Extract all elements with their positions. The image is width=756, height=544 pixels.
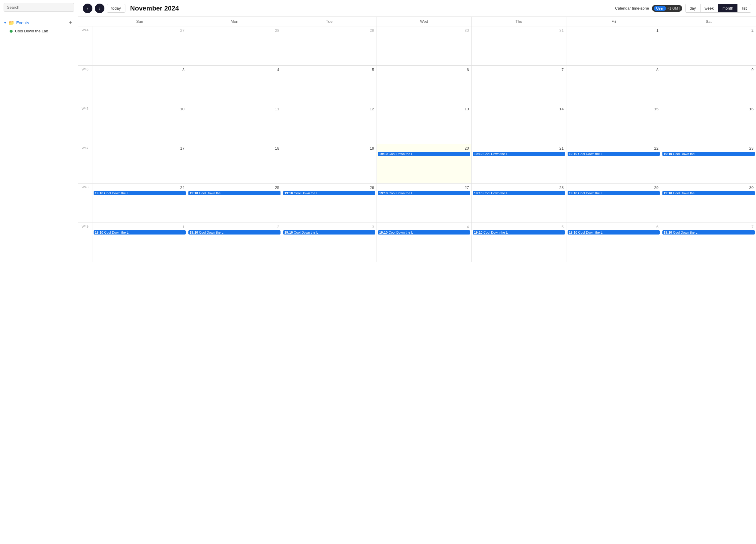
day-number: 4 bbox=[377, 224, 471, 230]
calendar-cell[interactable]: 2819:10 Cool Down the L bbox=[472, 184, 566, 223]
calendar-item-cool-down[interactable]: Cool Down the Lab bbox=[2, 28, 75, 35]
week-label: W46 bbox=[78, 105, 92, 144]
sidebar-content: ▼ 📁 Events + Cool Down the Lab bbox=[0, 15, 78, 38]
day-number: 21 bbox=[472, 146, 565, 151]
calendar-cell[interactable]: 19 bbox=[282, 144, 377, 183]
events-section-left: ▼ 📁 Events bbox=[4, 20, 29, 26]
event-pill[interactable]: 19:10 Cool Down the L bbox=[568, 230, 660, 235]
day-number: 6 bbox=[377, 67, 471, 73]
calendar-cell[interactable]: 6 bbox=[377, 66, 472, 105]
day-number: 18 bbox=[188, 146, 281, 151]
calendar-cell[interactable]: 27 bbox=[92, 26, 187, 65]
calendar-cell[interactable]: 519:10 Cool Down the L bbox=[472, 223, 566, 262]
day-number: 13 bbox=[377, 106, 471, 112]
week-label: W45 bbox=[78, 66, 92, 105]
events-section-header[interactable]: ▼ 📁 Events + bbox=[2, 18, 75, 28]
event-pill[interactable]: 19:10 Cool Down the L bbox=[568, 152, 660, 156]
calendar-week-w46: W4610111213141516 bbox=[78, 105, 756, 144]
calendar-cell[interactable]: 719:10 Cool Down the L bbox=[661, 223, 756, 262]
calendar-cell[interactable]: 3019:10 Cool Down the L bbox=[661, 184, 756, 223]
calendar-cell[interactable]: 17 bbox=[92, 144, 187, 183]
day-number: 11 bbox=[188, 106, 281, 112]
calendar-cell[interactable]: 10 bbox=[92, 105, 187, 144]
prev-button[interactable]: ‹ bbox=[83, 4, 92, 13]
calendar: Sun Mon Tue Wed Thu Fri Sat W44272829303… bbox=[78, 17, 756, 544]
calendar-cell[interactable]: 2219:10 Cool Down the L bbox=[566, 144, 661, 183]
event-pill[interactable]: 19:10 Cool Down the L bbox=[283, 191, 375, 195]
calendar-cell[interactable]: 8 bbox=[566, 66, 661, 105]
event-pill[interactable]: 19:10 Cool Down the L bbox=[662, 152, 755, 156]
day-number: 28 bbox=[188, 28, 281, 33]
calendar-cell[interactable]: 119:10 Cool Down the L bbox=[92, 223, 187, 262]
calendar-cell[interactable]: 18 bbox=[187, 144, 282, 183]
calendar-cell[interactable]: 15 bbox=[566, 105, 661, 144]
calendar-cell[interactable]: 619:10 Cool Down the L bbox=[566, 223, 661, 262]
add-calendar-button[interactable]: + bbox=[67, 19, 74, 26]
day-number: 2 bbox=[662, 28, 755, 33]
calendar-cell[interactable]: 29 bbox=[282, 26, 377, 65]
calendar-cell[interactable]: 419:10 Cool Down the L bbox=[377, 223, 472, 262]
calendar-cell[interactable]: 2719:10 Cool Down the L bbox=[377, 184, 472, 223]
view-week-button[interactable]: week bbox=[701, 4, 718, 12]
calendar-cell[interactable]: 2619:10 Cool Down the L bbox=[282, 184, 377, 223]
event-pill[interactable]: 19:10 Cool Down the L bbox=[188, 230, 281, 235]
event-pill[interactable]: 19:10 Cool Down the L bbox=[94, 191, 186, 195]
view-day-button[interactable]: day bbox=[685, 4, 701, 12]
event-pill[interactable]: 19:10 Cool Down the L bbox=[283, 230, 375, 235]
sidebar: ▼ 📁 Events + Cool Down the Lab bbox=[0, 0, 78, 544]
event-pill[interactable]: 19:10 Cool Down the L bbox=[378, 152, 470, 156]
event-pill[interactable]: 19:10 Cool Down the L bbox=[378, 191, 470, 195]
calendar-cell[interactable]: 2919:10 Cool Down the L bbox=[566, 184, 661, 223]
calendar-cell[interactable]: 3 bbox=[92, 66, 187, 105]
event-pill[interactable]: 19:10 Cool Down the L bbox=[662, 191, 755, 195]
calendar-cell[interactable]: 2519:10 Cool Down the L bbox=[187, 184, 282, 223]
day-number: 14 bbox=[472, 106, 565, 112]
event-pill[interactable]: 19:10 Cool Down the L bbox=[473, 152, 565, 156]
calendar-cell[interactable]: 4 bbox=[187, 66, 282, 105]
calendar-cell[interactable]: 319:10 Cool Down the L bbox=[282, 223, 377, 262]
today-button[interactable]: today bbox=[107, 4, 125, 13]
day-number: 19 bbox=[283, 146, 376, 151]
calendar-cell[interactable]: 28 bbox=[187, 26, 282, 65]
calendar-cell[interactable]: 2319:10 Cool Down the L bbox=[661, 144, 756, 183]
event-pill[interactable]: 19:10 Cool Down the L bbox=[473, 230, 565, 235]
event-pill[interactable]: 19:10 Cool Down the L bbox=[473, 191, 565, 195]
search-input[interactable] bbox=[4, 3, 74, 12]
day-number: 17 bbox=[93, 146, 186, 151]
view-list-button[interactable]: list bbox=[738, 4, 751, 12]
calendar-cell[interactable]: 2 bbox=[661, 26, 756, 65]
calendar-cell[interactable]: 9 bbox=[661, 66, 756, 105]
topbar-right: Calendar time-zone User +1 GMT day week … bbox=[615, 4, 751, 13]
calendar-cell[interactable]: 12 bbox=[282, 105, 377, 144]
day-number: 16 bbox=[662, 106, 755, 112]
calendar-cell[interactable]: 1 bbox=[566, 26, 661, 65]
calendar-week-w49: W49119:10 Cool Down the L219:10 Cool Dow… bbox=[78, 223, 756, 262]
day-number: 8 bbox=[567, 67, 660, 73]
calendar-cell[interactable]: 31 bbox=[472, 26, 566, 65]
next-button[interactable]: › bbox=[95, 4, 104, 13]
calendar-cell[interactable]: 219:10 Cool Down the L bbox=[187, 223, 282, 262]
event-pill[interactable]: 19:10 Cool Down the L bbox=[188, 191, 281, 195]
event-pill[interactable]: 19:10 Cool Down the L bbox=[378, 230, 470, 235]
timezone-toggle[interactable]: User +1 GMT bbox=[652, 5, 682, 12]
day-number: 26 bbox=[283, 185, 376, 191]
calendar-cell[interactable]: 7 bbox=[472, 66, 566, 105]
calendar-cell[interactable]: 30 bbox=[377, 26, 472, 65]
calendar-cell[interactable]: 11 bbox=[187, 105, 282, 144]
event-pill[interactable]: 19:10 Cool Down the L bbox=[662, 230, 755, 235]
day-number: 31 bbox=[472, 28, 565, 33]
calendar-cell[interactable]: 14 bbox=[472, 105, 566, 144]
event-pill[interactable]: 19:10 Cool Down the L bbox=[94, 230, 186, 235]
calendar-cell[interactable]: 13 bbox=[377, 105, 472, 144]
calendar-cell[interactable]: 2419:10 Cool Down the L bbox=[92, 184, 187, 223]
topbar: ‹ › today November 2024 Calendar time-zo… bbox=[78, 0, 756, 17]
calendar-cell[interactable]: 5 bbox=[282, 66, 377, 105]
calendar-cell[interactable]: 2119:10 Cool Down the L bbox=[472, 144, 566, 183]
col-tue: Tue bbox=[282, 17, 377, 26]
event-pill[interactable]: 19:10 Cool Down the L bbox=[568, 191, 660, 195]
day-number: 23 bbox=[662, 146, 755, 151]
calendar-cell[interactable]: 2019:10 Cool Down the L bbox=[377, 144, 472, 183]
calendar-cell[interactable]: 16 bbox=[661, 105, 756, 144]
view-month-button[interactable]: month bbox=[718, 4, 738, 12]
day-number: 5 bbox=[472, 224, 565, 230]
